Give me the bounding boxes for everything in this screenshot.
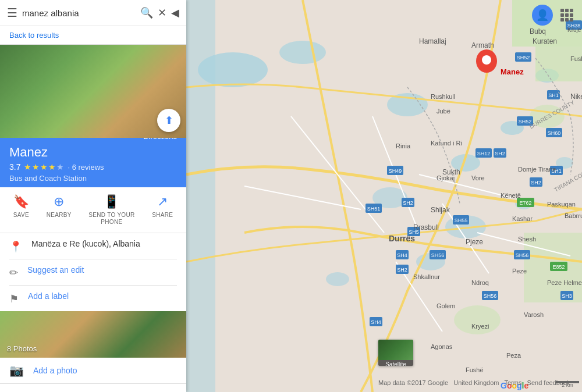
place-info: Directions Manez 3.7 ★ ★ ★ ★ ★ · 6 revie… [0,138,186,187]
svg-text:Ndroq: Ndroq [471,279,489,286]
address-text: Manëza e Re (kucok), Albania [31,239,140,248]
svg-text:Shijak: Shijak [431,206,450,214]
svg-text:Kryezi: Kryezi [471,323,489,330]
user-account-button[interactable]: 👤 [532,5,553,26]
svg-text:Katund i Ri: Katund i Ri [431,140,462,147]
svg-text:Shesh: Shesh [518,236,536,243]
svg-text:Kënetë: Kënetë [501,192,521,199]
search-query: manez albania [22,8,136,18]
back-to-results-link[interactable]: Back to results [0,26,186,45]
action-buttons: 🔖 SAVE ⊕ NEARBY 📱 SEND TO YOURPHONE ↗ SH… [0,187,186,233]
address-row[interactable]: 📍 Manëza e Re (kucok), Albania [0,233,186,259]
svg-point-17 [454,305,501,334]
apps-grid-icon [560,9,573,22]
place-name: Manez [9,145,177,160]
photos-label: 8 Photos [7,344,37,353]
svg-text:Kashar: Kashar [512,215,533,222]
svg-text:Peza: Peza [506,352,521,359]
share-icon: ↗ [157,194,168,209]
svg-text:Babrru: Babrru [565,212,582,219]
review-count[interactable]: · 6 reviews [68,163,104,172]
svg-text:SH2: SH2 [397,267,407,273]
svg-text:SH49: SH49 [389,168,402,174]
svg-text:Golem: Golem [436,302,455,309]
svg-text:Agonas: Agonas [431,343,453,350]
save-action[interactable]: 🔖 SAVE [13,194,29,226]
add-label-row[interactable]: ⚑ Add a label [0,286,186,311]
svg-text:SH55: SH55 [455,218,468,223]
svg-text:SH56: SH56 [484,293,497,299]
star-rating: ★ ★ ★ ★ ★ [24,162,64,172]
svg-text:Rinia: Rinia [396,142,411,149]
terms-link[interactable]: Terms [504,379,521,386]
add-photo-text: Add a photo [33,366,77,375]
svg-text:Paskuqan: Paskuqan [547,201,576,208]
left-panel: ☰ manez albania 🔍 ✕ ◀ Back to results ⬆ … [0,0,186,392]
svg-text:SH12: SH12 [477,151,491,156]
map-data-label: Map data ©2017 Google United Kingdom Ter… [378,379,570,386]
svg-point-2 [279,41,326,64]
svg-rect-14 [535,47,582,81]
star-5: ★ [56,162,64,172]
send-to-phone-action[interactable]: 📱 SEND TO YOURPHONE [88,194,134,226]
svg-text:Rushkull: Rushkull [431,93,455,100]
svg-text:Armath: Armath [471,41,494,49]
edit-icon: ✏ [9,266,18,279]
svg-text:SH2: SH2 [531,180,541,186]
rating-number: 3.7 [9,162,20,172]
flag-icon: ⚑ [9,293,19,305]
collapse-icon[interactable]: ◀ [171,6,179,19]
review-summary: Review summary 5 4 3 [0,384,186,392]
svg-text:Pjeze: Pjeze [466,238,483,246]
share-action[interactable]: ↗ SHARE [152,194,173,226]
svg-point-111 [482,55,491,65]
close-icon[interactable]: ✕ [158,6,166,19]
rating-row: 3.7 ★ ★ ★ ★ ★ · 6 reviews [9,162,177,172]
phone-icon: 📱 [104,194,119,209]
share-label: SHARE [152,212,173,219]
suggest-edit-row[interactable]: ✏ Suggest an edit [0,259,186,285]
svg-text:SH2: SH2 [495,151,505,156]
apps-button[interactable] [556,5,577,26]
add-label-text: Add a label [28,291,69,301]
svg-text:SH1: SH1 [548,92,559,98]
svg-text:Peze: Peze [512,268,527,275]
star-4: ★ [48,162,56,172]
svg-text:Kruje District: Kruje District [567,27,582,33]
send-label: SEND TO YOURPHONE [88,212,134,226]
star-2: ★ [32,162,40,172]
search-bar: ☰ manez albania 🔍 ✕ ◀ [0,0,186,26]
star-1: ★ [24,162,31,172]
svg-text:Shkallnur: Shkallnur [413,273,440,280]
svg-text:Peze Helmes: Peze Helmes [547,279,582,286]
svg-text:Hamallaj: Hamallaj [419,37,446,45]
location-icon: 📍 [9,240,22,253]
map-area[interactable]: SH38 SH52 SH1 SH52 SH60 SH2 SH2 SH12 SH4… [186,0,582,392]
svg-text:Vore: Vore [471,174,485,181]
send-feedback-link[interactable]: Send feedback [527,379,570,386]
search-icon[interactable]: 🔍 [140,6,153,19]
svg-rect-18 [186,0,215,392]
satellite-thumbnail [378,340,413,360]
svg-text:Varosh: Varosh [524,311,544,318]
menu-icon[interactable]: ☰ [7,6,17,20]
svg-text:Rrasbull: Rrasbull [413,223,439,231]
suggest-edit-text: Suggest an edit [27,265,84,275]
nearby-action[interactable]: ⊕ NEARBY [47,194,72,226]
svg-text:SH4: SH4 [397,252,407,258]
svg-text:Jubë: Jubë [436,108,450,115]
save-label: SAVE [13,212,29,219]
photos-section[interactable]: 8 Photos [0,311,186,358]
satellite-button[interactable]: Satellite [378,340,413,366]
star-3: ★ [40,162,48,172]
street-view-button[interactable]: ⬆ [157,109,180,132]
svg-text:E852: E852 [552,264,565,270]
add-photo-row[interactable]: 📷 Add a photo [0,358,186,384]
camera-icon: 📷 [9,364,24,377]
svg-text:SH52: SH52 [517,55,530,60]
hero-image: ⬆ [0,45,186,138]
svg-text:Bubq: Bubq [530,27,546,35]
save-icon: 🔖 [13,194,29,209]
svg-text:Manez: Manez [501,67,524,76]
svg-point-8 [326,272,349,286]
